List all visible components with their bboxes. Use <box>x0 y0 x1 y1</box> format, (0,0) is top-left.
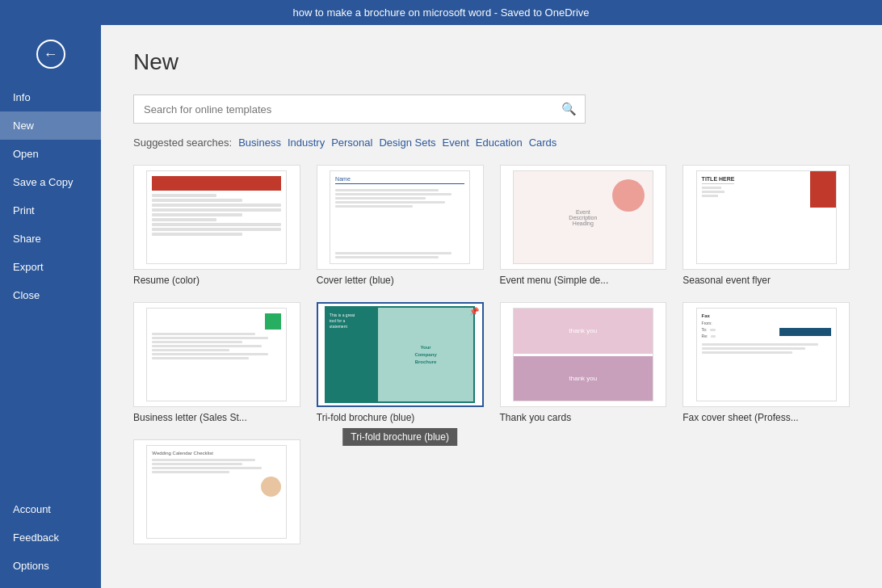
template-thankyou[interactable]: thank you thank you Thank you cards <box>500 302 667 423</box>
template-trifold[interactable]: This is a greattool for astatement YourC… <box>317 302 484 423</box>
sidebar-nav: Info New Open Save a Copy Print Share Ex… <box>0 83 101 309</box>
page-title: New <box>133 49 850 75</box>
template-fax[interactable]: Fax From: To: <box>682 302 850 423</box>
suggested-label: Suggested searches: <box>133 136 232 149</box>
template-event-menu[interactable]: EventDescriptionHeading Event menu (Simp… <box>500 165 667 286</box>
suggested-design-sets[interactable]: Design Sets <box>379 136 435 149</box>
template-thumb-cover: Name <box>317 165 484 270</box>
search-input[interactable] <box>134 97 553 122</box>
template-label-thankyou: Thank you cards <box>500 412 667 423</box>
template-label-biz: Business letter (Sales St... <box>133 412 300 423</box>
template-cover-letter[interactable]: Name <box>317 165 484 286</box>
template-thumb-fax: Fax From: To: <box>682 302 850 407</box>
sidebar-item-info[interactable]: Info <box>0 83 101 111</box>
template-thumb-seasonal: TITLE HERE <box>682 165 850 270</box>
sidebar-item-share[interactable]: Share <box>0 225 101 253</box>
template-resume-color[interactable]: Resume (color) <box>133 165 300 286</box>
template-label-fax: Fax cover sheet (Profess... <box>682 412 850 423</box>
suggested-industry[interactable]: Industry <box>288 136 325 149</box>
template-thumb-thankyou: thank you thank you <box>500 302 667 407</box>
back-button[interactable]: ← <box>0 25 101 83</box>
cover-preview: Name <box>330 170 470 263</box>
main-content: New 🔍 Suggested searches: Business Indus… <box>101 25 882 588</box>
fax-preview: Fax From: To: <box>696 308 837 401</box>
sidebar: ← Info New Open Save a Copy Print Share … <box>0 25 101 588</box>
template-label-seasonal: Seasonal event flyer <box>682 275 850 286</box>
sidebar-item-new[interactable]: New <box>0 111 101 140</box>
sidebar-item-options[interactable]: Options <box>0 552 101 580</box>
template-wedding[interactable]: Wedding Calendar Checklist <box>133 439 300 549</box>
sidebar-item-account[interactable]: Account <box>0 495 101 523</box>
sidebar-bottom: Account Feedback Options <box>0 495 101 588</box>
template-thumb-trifold: This is a greattool for astatement YourC… <box>317 302 484 407</box>
template-thumb-wedding: Wedding Calendar Checklist <box>133 439 300 544</box>
sidebar-item-close[interactable]: Close <box>0 281 101 309</box>
template-thumb-resume <box>133 165 300 270</box>
template-thumb-event: EventDescriptionHeading <box>500 165 667 270</box>
resume-header-bar <box>152 176 281 191</box>
sidebar-item-print[interactable]: Print <box>0 196 101 225</box>
wedding-preview: Wedding Calendar Checklist <box>146 445 287 538</box>
suggested-searches: Suggested searches: Business Industry Pe… <box>133 136 850 149</box>
sidebar-item-save-copy[interactable]: Save a Copy <box>0 168 101 196</box>
search-button[interactable]: 🔍 <box>553 95 585 123</box>
suggested-event[interactable]: Event <box>443 136 469 149</box>
brochure-tooltip: Tri-fold brochure (blue) <box>342 428 457 446</box>
title-bar: how to make a brochure on microsoft word… <box>0 0 882 25</box>
resume-preview <box>146 170 287 263</box>
suggested-education[interactable]: Education <box>476 136 523 149</box>
event-preview: EventDescriptionHeading <box>513 170 653 263</box>
sidebar-item-open[interactable]: Open <box>0 140 101 168</box>
title-text: how to make a brochure on microsoft word… <box>292 6 589 19</box>
app-container: ← Info New Open Save a Copy Print Share … <box>0 25 882 588</box>
pin-icon: 📌 <box>469 307 479 316</box>
brochure-preview: This is a greattool for astatement YourC… <box>325 306 476 403</box>
suggested-cards[interactable]: Cards <box>529 136 557 149</box>
template-grid: Resume (color) Name <box>133 165 850 549</box>
template-seasonal-flyer[interactable]: TITLE HERE Seasonal event flyer <box>682 165 850 286</box>
suggested-personal[interactable]: Personal <box>331 136 372 149</box>
thankyou-preview: thank you thank you <box>513 308 653 401</box>
sidebar-item-export[interactable]: Export <box>0 253 101 281</box>
back-circle-icon: ← <box>36 40 65 69</box>
template-label-trifold: Tri-fold brochure (blue) <box>317 412 484 423</box>
seasonal-preview: TITLE HERE <box>696 170 837 263</box>
template-thumb-biz <box>133 302 300 407</box>
biz-preview <box>146 308 287 401</box>
sidebar-item-feedback[interactable]: Feedback <box>0 523 101 552</box>
template-label-cover: Cover letter (blue) <box>317 275 484 286</box>
suggested-business[interactable]: Business <box>238 136 281 149</box>
template-label-resume: Resume (color) <box>133 275 300 286</box>
template-biz-letter[interactable]: Business letter (Sales St... <box>133 302 300 423</box>
wedding-flower-icon <box>261 477 281 497</box>
search-bar: 🔍 <box>133 94 586 124</box>
template-label-event: Event menu (Simple de... <box>500 275 667 286</box>
